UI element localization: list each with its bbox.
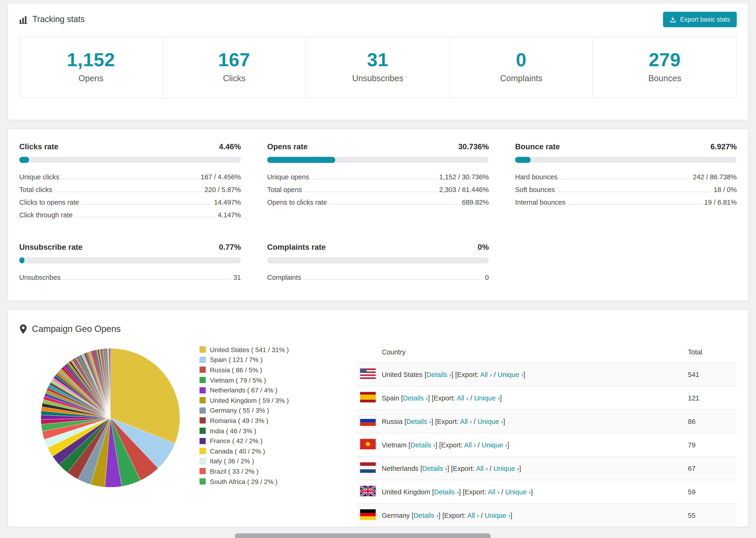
details-link[interactable]: Details › (410, 441, 435, 449)
bar-chart-icon (19, 15, 28, 24)
export-prefix: Export: (457, 371, 479, 378)
legend-label: Italy ( 36 / 2% ) (210, 457, 254, 465)
rate-row-unique-clicks: Unique clicks167 / 4.456% (19, 170, 241, 183)
rate-row-soft-bounces: Soft bounces18 / 0% (515, 183, 737, 196)
bracket: [ (442, 511, 444, 519)
horizontal-scrollbar[interactable] (235, 533, 491, 538)
stat-value: 0 (450, 49, 593, 71)
legend-label: France ( 42 / 2% ) (210, 437, 262, 445)
export-unique-link[interactable]: Unique › (474, 394, 500, 402)
legend-item-india[interactable]: India ( 46 / 3% ) (199, 426, 341, 436)
geo-pie-chart[interactable] (40, 348, 181, 488)
stat-label: Clicks (163, 74, 306, 83)
details-link[interactable]: Details › (406, 418, 431, 425)
legend-item-germany[interactable]: Germany ( 55 / 3% ) (199, 405, 341, 415)
legend-item-south-africa[interactable]: South Africa ( 29 / 2% ) (199, 476, 341, 486)
legend-item-vietnam[interactable]: Vietnam ( 79 / 5% ) (199, 375, 341, 385)
bracket: ] (435, 441, 437, 449)
rate-progress-bar (267, 157, 489, 163)
slash: / (478, 441, 480, 449)
country-name: Russia (382, 418, 403, 425)
dotted-leader (330, 204, 459, 204)
export-button-label: Export basic stats (680, 16, 730, 23)
stat-box-opens: 1,152Opens (19, 37, 163, 98)
export-unique-link[interactable]: Unique › (482, 441, 507, 449)
flag-de-icon (360, 510, 376, 520)
export-unique-link[interactable]: Unique › (494, 464, 519, 472)
legend-item-spain[interactable]: Spain ( 121 / 7% ) (199, 355, 341, 365)
rate-row-label: Complaints (267, 273, 301, 281)
rate-row-opens-to-clicks-rate: Opens to clicks rate689.82% (267, 196, 489, 208)
slash: / (474, 418, 476, 425)
geo-total: 67 (684, 457, 737, 480)
export-all-link[interactable]: All › (480, 371, 492, 378)
details-link[interactable]: Details › (403, 394, 428, 402)
legend-swatch (199, 367, 206, 373)
dotted-leader (82, 204, 211, 204)
bracket: ] (447, 464, 449, 472)
rate-row-value: 19 / 6.81% (704, 198, 737, 206)
details-link[interactable]: Details › (422, 464, 447, 472)
export-unique-link[interactable]: Unique › (477, 418, 503, 425)
bracket: ] (428, 394, 430, 402)
legend-item-united-states[interactable]: United States ( 541 / 31% ) (199, 345, 341, 355)
flag-us-icon (360, 368, 376, 379)
legend-item-netherlands[interactable]: Netherlands ( 67 / 4% ) (199, 385, 341, 395)
export-unique-link[interactable]: Unique › (485, 511, 511, 519)
details-link[interactable]: Details › (413, 511, 438, 519)
export-all-link[interactable]: All › (464, 441, 476, 449)
legend-item-italy[interactable]: Italy ( 36 / 2% ) (199, 456, 341, 466)
country-cell: Netherlands [Details ›] [Export: All › /… (378, 457, 684, 480)
details-link[interactable]: Details › (426, 371, 451, 378)
stat-label: Complaints (450, 74, 593, 83)
bracket: ] (439, 511, 441, 519)
rate-row-label: Unsubscribes (19, 273, 61, 281)
stat-value: 279 (593, 49, 736, 71)
bracket: [ (463, 488, 465, 496)
legend-item-united-kingdom[interactable]: United Kingdom ( 59 / 3% ) (199, 395, 341, 405)
rate-row-value: 220 / 5.87% (204, 186, 241, 193)
legend-label: Brazil ( 33 / 2% ) (210, 467, 258, 475)
details-link[interactable]: Details › (434, 488, 459, 496)
export-basic-stats-button[interactable]: Export basic stats (663, 12, 737, 27)
rate-progress-bar (267, 257, 489, 263)
legend-item-france[interactable]: France ( 42 / 2% ) (199, 436, 341, 446)
rate-row-complaints: Complaints0 (267, 271, 489, 284)
country-name: United States (382, 371, 423, 378)
legend-item-brazil[interactable]: Brazil ( 33 / 2% ) (199, 466, 341, 476)
export-all-link[interactable]: All › (460, 418, 472, 425)
legend-swatch (199, 428, 206, 434)
export-unique-link[interactable]: Unique › (498, 371, 523, 378)
geo-legend: United States ( 541 / 31% )Spain ( 121 /… (199, 345, 341, 487)
rate-section-bounce-rate: Bounce rate6.927%Hard bounces242 / 86.73… (515, 142, 737, 221)
legend-label: Germany ( 55 / 3% ) (210, 407, 269, 414)
legend-label: Netherlands ( 67 / 4% ) (210, 386, 278, 394)
legend-swatch (199, 347, 206, 353)
legend-item-romania[interactable]: Romania ( 49 / 3% ) (199, 415, 341, 426)
legend-item-canada[interactable]: Canada ( 40 / 2% ) (199, 446, 341, 456)
rate-row-value: 0 (485, 273, 489, 281)
rate-value: 6.927% (711, 142, 737, 151)
flag-cell (356, 363, 378, 386)
export-all-link[interactable]: All › (488, 488, 499, 496)
export-all-link[interactable]: All › (457, 394, 468, 402)
rates-card: Clicks rate4.46%Unique clicks167 / 4.456… (8, 129, 748, 301)
export-unique-link[interactable]: Unique › (505, 488, 531, 496)
legend-item-russia[interactable]: Russia ( 86 / 5% ) (199, 365, 341, 375)
export-all-link[interactable]: All › (467, 511, 479, 519)
map-pin-icon (19, 324, 27, 334)
rate-row-value: 4.147% (218, 211, 241, 219)
legend-swatch (199, 438, 206, 444)
legend-swatch (199, 387, 206, 393)
slash: / (470, 394, 472, 402)
tracking-stats-title: Tracking stats (32, 15, 85, 25)
rate-value: 30.736% (458, 142, 489, 151)
legend-swatch (199, 418, 206, 424)
rate-section-opens-rate: Opens rate30.736%Unique opens1,152 / 30.… (267, 142, 489, 221)
flag-ru-icon (360, 415, 376, 426)
export-all-link[interactable]: All › (476, 464, 488, 472)
rate-section-unsubscribe-rate: Unsubscribe rate0.77%Unsubscribes31 (19, 243, 241, 284)
rate-title: Clicks rate (19, 142, 58, 151)
bracket: ] (503, 418, 505, 425)
rate-progress-fill (19, 157, 29, 163)
